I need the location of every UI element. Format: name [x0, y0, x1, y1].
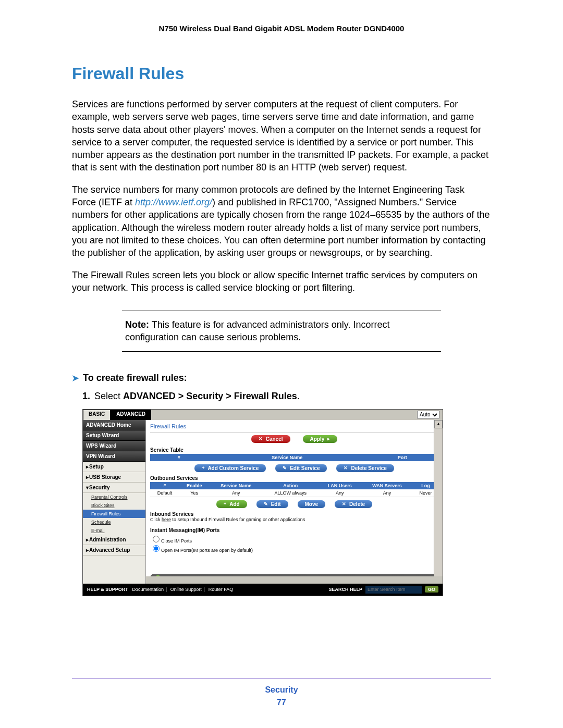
help-icon: ?: [154, 575, 162, 576]
step-1-path: ADVANCED > Security > Firewall Rules: [123, 391, 297, 401]
outbound-table: # Enable Service Name Action LAN Users W…: [150, 482, 438, 497]
x-icon: ✕: [259, 436, 263, 441]
apply-button[interactable]: Apply▸: [303, 435, 338, 443]
sidebar-wps-wizard[interactable]: WPS Wizard: [83, 441, 145, 451]
col-num: #: [150, 454, 208, 461]
language-select[interactable]: Auto: [417, 411, 439, 419]
ietf-link[interactable]: http://www.ietf.org/: [135, 197, 212, 207]
help-grip-icon: ▬▬: [285, 576, 295, 576]
section-title: Firewall Rules: [72, 64, 491, 83]
horizontal-scrollbar[interactable]: [146, 576, 443, 584]
search-help-label: SEARCH HELP: [328, 587, 362, 592]
sidebar-parental-controls[interactable]: Parental Controls: [83, 493, 145, 501]
document-header: N750 Wireless Dual Band Gigabit ADSL Mod…: [72, 24, 491, 33]
col-wan: WAN Servers: [361, 482, 413, 489]
im-open-radio[interactable]: [153, 545, 160, 552]
move-rule-button[interactable]: Move: [298, 500, 326, 508]
doc-link[interactable]: Documentation: [132, 587, 164, 592]
scroll-up-icon[interactable]: ▴: [434, 420, 443, 428]
sidebar-advanced-home[interactable]: ADVANCED Home: [83, 420, 145, 430]
sidebar-email[interactable]: E-mail: [83, 526, 145, 535]
add-rule-button[interactable]: +Add: [216, 500, 247, 508]
help-center-label: Help Center: [165, 576, 194, 576]
help-support-bar: HELP & SUPPORT Documentation| Online Sup…: [83, 584, 443, 596]
paragraph-2: The service numbers for many common prot…: [72, 183, 491, 260]
plus-icon: +: [224, 501, 226, 507]
inbound-text: Click here to setup Inbound Firewall Rul…: [150, 517, 438, 522]
col-action: Action: [263, 482, 318, 489]
caret-right-icon: ▸: [327, 436, 330, 441]
tab-advanced[interactable]: ADVANCED: [111, 410, 151, 420]
col-service-name: Service Name: [209, 482, 263, 489]
sidebar-schedule[interactable]: Schedule: [83, 518, 145, 526]
inbound-here-link[interactable]: here: [162, 517, 171, 522]
col-port: Port: [366, 454, 438, 461]
router-ui-screenshot: BASIC ADVANCED Auto ADVANCED Home Setup …: [82, 409, 443, 596]
note-block: Note: This feature is for advanced admin…: [122, 311, 441, 352]
add-custom-service-button[interactable]: +Add Custom Service: [194, 464, 266, 472]
sidebar-usb-storage[interactable]: ▸USB Storage: [83, 472, 145, 483]
search-help-input[interactable]: [365, 586, 422, 594]
pencil-icon: ✎: [264, 501, 268, 507]
note-label: Note:: [125, 319, 149, 330]
paragraph-3: The Firewall Rules screen lets you block…: [72, 269, 491, 294]
support-link[interactable]: Online Support: [170, 587, 202, 592]
note-text: This feature is for advanced administrat…: [125, 319, 390, 342]
outbound-heading: Outbound Services: [150, 475, 438, 481]
sidebar-vpn-wizard[interactable]: VPN Wizard: [83, 451, 145, 462]
x-icon: ✕: [344, 465, 348, 471]
edit-rule-button[interactable]: ✎Edit: [256, 500, 288, 508]
sidebar-setup-wizard[interactable]: Setup Wizard: [83, 430, 145, 441]
edit-service-button[interactable]: ✎Edit Service: [275, 464, 327, 472]
sidebar: ADVANCED Home Setup Wizard WPS Wizard VP…: [83, 420, 145, 584]
col-enable: Enable: [179, 482, 209, 489]
service-table-heading: Service Table: [150, 447, 438, 453]
table-row[interactable]: Default Yes Any ALLOW always Any Any Nev…: [150, 489, 438, 497]
sidebar-firewall-rules[interactable]: Firewall Rules: [83, 510, 145, 518]
faq-link[interactable]: Router FAQ: [209, 587, 234, 592]
im-close-option[interactable]: Close IM Ports: [150, 534, 438, 544]
paragraph-1: Services are functions performed by serv…: [72, 98, 491, 174]
panel-title: Firewall Rules: [150, 422, 438, 433]
col-lan: LAN Users: [318, 482, 361, 489]
sidebar-security[interactable]: ▾Security: [83, 483, 145, 493]
tab-basic[interactable]: BASIC: [83, 410, 111, 420]
im-close-radio[interactable]: [153, 536, 160, 542]
x-icon: ✕: [342, 501, 346, 507]
sidebar-block-sites[interactable]: Block Sites: [83, 501, 145, 510]
task-arrow-icon: ➤: [72, 374, 79, 382]
col-service-name: Service Name: [208, 454, 366, 461]
pencil-icon: ✎: [283, 465, 287, 471]
help-support-label: HELP & SUPPORT: [87, 587, 128, 592]
step-1-suffix: .: [297, 391, 300, 401]
im-open-option[interactable]: Open IM Ports(IM ports are open by defau…: [150, 544, 438, 553]
service-table: # Service Name Port: [150, 454, 438, 461]
footer-page-number: 77: [0, 698, 563, 707]
go-button[interactable]: GO: [425, 586, 438, 593]
im-heading: Instant Messaging(IM) Ports: [150, 527, 438, 533]
col-num: #: [150, 482, 179, 489]
help-center-bar: ?Help Center ▬▬ Show/Hide Help Center: [150, 574, 438, 576]
delete-rule-button[interactable]: ✕Delete: [335, 500, 372, 508]
delete-service-button[interactable]: ✕Delete Service: [336, 464, 394, 472]
plus-icon: +: [202, 465, 204, 471]
footer-rule: [72, 678, 491, 679]
cancel-button[interactable]: ✕Cancel: [251, 435, 290, 443]
step-1-prefix: Select: [94, 391, 123, 401]
inbound-heading: Inbound Services: [150, 511, 438, 517]
task-title-text: To create firewall rules:: [83, 373, 187, 383]
sidebar-administration[interactable]: ▸Administration: [83, 535, 145, 545]
vertical-scrollbar[interactable]: ▴: [434, 420, 443, 576]
step-1: 1.Select ADVANCED > Security > Firewall …: [82, 391, 491, 402]
sidebar-advanced-setup[interactable]: ▸Advanced Setup: [83, 545, 145, 556]
sidebar-setup[interactable]: ▸Setup: [83, 462, 145, 472]
task-heading: ➤To create firewall rules:: [72, 373, 491, 384]
step-1-number: 1.: [82, 391, 90, 401]
footer-category: Security: [0, 685, 563, 695]
